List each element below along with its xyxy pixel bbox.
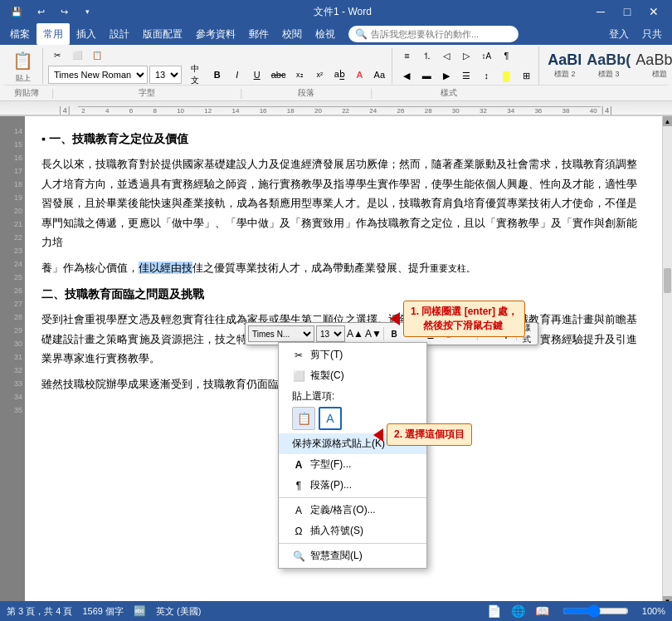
font-color-button[interactable]: A	[350, 66, 368, 84]
ctx-define-label: 定義/格言(O)...	[310, 503, 376, 517]
menu-home[interactable]: 常用	[37, 23, 70, 45]
scroll-up-button[interactable]: ▲	[663, 116, 673, 126]
copy-format-button[interactable]: ✂	[48, 48, 66, 63]
command-search-input[interactable]	[371, 29, 512, 39]
status-bar: 第 3 頁，共 4 頁 1569 個字 🔤 英文 (美國) 📄 🌐 📖 100%	[0, 601, 672, 621]
ctx-cut-label: 剪下(T)	[310, 348, 343, 362]
ctx-cut[interactable]: ✂ 剪下(T)	[279, 345, 426, 365]
ctx-copy-label: 複製(C)	[310, 369, 344, 383]
redo-icon[interactable]: ↪	[55, 2, 73, 21]
ctx-font[interactable]: A 字型(F)...	[279, 454, 426, 475]
spell-check-icon[interactable]: 🔤	[134, 605, 146, 617]
zoom-slider[interactable]	[562, 604, 629, 618]
menu-design[interactable]: 設計	[103, 23, 136, 45]
font-size-select[interactable]: 13	[149, 66, 182, 84]
align-right-button[interactable]: ▶	[437, 66, 455, 85]
borders-button[interactable]: ⊞	[517, 66, 535, 85]
paste-merge-icon[interactable]: A	[319, 407, 342, 430]
indent-decrease-button[interactable]: ◁	[437, 46, 455, 65]
style-section-label: 樣式	[374, 87, 523, 99]
view-print-icon[interactable]: 📄	[487, 604, 501, 618]
ctx-insert-symbol[interactable]: Ω 插入符號(S)	[279, 521, 426, 541]
save-icon[interactable]: 💾	[7, 2, 27, 21]
copy-button[interactable]: ⬜	[68, 48, 86, 63]
float-font-select[interactable]: Times N...	[248, 325, 314, 342]
ctx-smart-lookup-label: 智慧查閱(L)	[310, 549, 363, 563]
annotation2: 2. 選擇這個項目	[373, 423, 472, 446]
line-numbers: 1415161718192021222324252627282930313233…	[0, 116, 25, 606]
show-marks-button[interactable]: ¶	[497, 46, 515, 65]
ctx-paragraph-label: 段落(P)...	[310, 478, 352, 492]
subscript-button[interactable]: x₂	[290, 66, 309, 84]
ctx-paste-header-label: 貼上選項:	[292, 389, 334, 403]
title-bar-left: 💾 ↩ ↪ ▾	[7, 2, 96, 21]
toolbar-labels: 剪貼簿 | 字型 | 段落 | 樣式	[3, 85, 669, 99]
align-justify-button[interactable]: ☰	[457, 66, 475, 85]
shading-button[interactable]: ▓	[497, 66, 515, 85]
highlight-button[interactable]: ab̲	[330, 66, 348, 84]
zoom-level: 100%	[642, 606, 665, 616]
cut-icon: ✂	[292, 350, 305, 361]
view-read-icon[interactable]: 📖	[535, 604, 549, 618]
section1-title: ▪ 一、技職教育之定位及價值	[41, 130, 637, 148]
float-grow-button[interactable]: A▲	[347, 325, 363, 342]
ctx-define[interactable]: A 定義/格言(O)...	[279, 500, 426, 521]
scrollbar-vertical[interactable]: ▲ ▼	[662, 116, 672, 606]
ctx-copy[interactable]: ⬜ 複製(C)	[279, 365, 426, 386]
ctx-paragraph[interactable]: ¶ 段落(P)...	[279, 475, 426, 496]
copy-icon: ⬜	[292, 370, 305, 382]
paragraph1: 長久以來，技職教育對於提供國家基礎建設人力及促進經濟發展居功厥偉；然而，隨著產業…	[41, 154, 637, 252]
bullets-button[interactable]: ≡	[397, 46, 416, 65]
document-area: 1415161718192021222324252627282930313233…	[0, 116, 672, 606]
heading3-label: 標題 3	[598, 69, 620, 80]
annotation2-text: 2. 選擇這個項目	[387, 423, 472, 446]
close-button[interactable]: ✕	[642, 0, 665, 23]
menu-view[interactable]: 檢視	[309, 23, 342, 45]
line-spacing-button[interactable]: ↕	[477, 66, 495, 85]
align-left-button[interactable]: ◀	[397, 66, 416, 85]
view-web-icon[interactable]: 🌐	[511, 604, 525, 618]
underline-button[interactable]: U	[248, 66, 266, 84]
strikethrough-button[interactable]: abc	[268, 66, 290, 84]
paragraph-section-label: 段落	[244, 87, 368, 99]
font-name-select[interactable]: Times New Roman	[48, 66, 148, 84]
clear-format-button[interactable]: Aa	[370, 66, 388, 84]
font-size-unit[interactable]: 中文	[183, 66, 207, 84]
quick-access-more[interactable]: ▾	[78, 2, 96, 21]
share-button[interactable]: 只共	[635, 23, 669, 45]
cut-button[interactable]: 📋	[88, 48, 106, 63]
menu-layout[interactable]: 版面配置	[136, 23, 189, 45]
sort-button[interactable]: ↕A	[477, 46, 495, 65]
minimize-button[interactable]: ─	[589, 0, 612, 23]
word-count: 1569 個字	[82, 605, 124, 618]
superscript-button[interactable]: x²	[310, 66, 329, 84]
menu-mailings[interactable]: 郵件	[242, 23, 275, 45]
arrow2-head	[373, 428, 383, 442]
numbering-button[interactable]: ⒈	[417, 46, 436, 65]
title-text: 文件1 - Word	[96, 5, 589, 19]
login-button[interactable]: 登入	[602, 23, 635, 45]
ctx-sep1	[279, 497, 426, 498]
heading-label: 標題	[652, 69, 667, 80]
bold-button[interactable]: B	[208, 66, 226, 84]
float-size-select[interactable]: 13	[316, 325, 345, 342]
menu-insert[interactable]: 插入	[70, 23, 103, 45]
menu-review[interactable]: 校閱	[275, 23, 309, 45]
italic-button[interactable]: I	[228, 66, 246, 84]
page: ▪ 一、技職教育之定位及價值 長久以來，技職教育對於提供國家基礎建設人力及促進經…	[25, 116, 662, 606]
ctx-smart-lookup[interactable]: 🔍 智慧查閱(L)	[279, 545, 426, 566]
indent-increase-button[interactable]: ▷	[457, 46, 475, 65]
clipboard-group: 📋 貼上	[3, 48, 43, 84]
menu-file[interactable]: 檔案	[3, 23, 37, 45]
styles-group: AaBl 標題 2 AaBb( 標題 3 AaBbC 標題 ▾	[541, 51, 672, 80]
undo-icon[interactable]: ↩	[32, 2, 50, 21]
font-section-label: 字型	[56, 87, 238, 99]
paste-label: 貼上	[16, 73, 31, 84]
scroll-thumb[interactable]	[664, 268, 671, 293]
align-center-button[interactable]: ▬	[417, 66, 436, 85]
maximize-button[interactable]: □	[616, 0, 639, 23]
menu-references[interactable]: 參考資料	[189, 23, 242, 45]
float-shrink-button[interactable]: A▼	[365, 325, 382, 342]
paste-keep-source-icon[interactable]: 📋	[292, 407, 315, 430]
paste-button[interactable]: 📋	[8, 48, 37, 73]
